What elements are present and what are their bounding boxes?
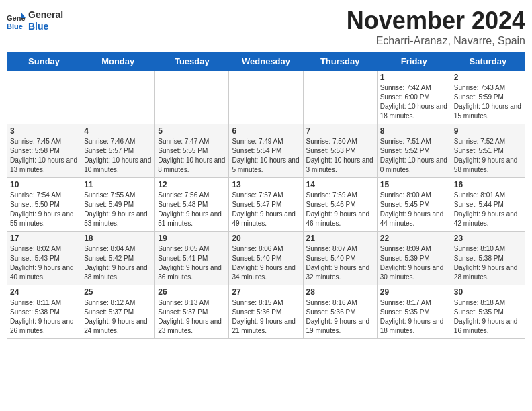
day-number: 9 (454, 126, 522, 136)
day-number: 3 (10, 126, 78, 136)
calendar-cell: 21Sunrise: 8:07 AM Sunset: 5:40 PM Dayli… (303, 232, 377, 285)
calendar-week-row: 3Sunrise: 7:45 AM Sunset: 5:58 PM Daylig… (7, 124, 525, 178)
logo-icon: General Blue (7, 11, 26, 30)
day-info: Sunrise: 8:01 AM Sunset: 5:44 PM Dayligh… (454, 191, 522, 228)
header-day: Thursday (303, 53, 377, 71)
calendar-week-row: 10Sunrise: 7:54 AM Sunset: 5:50 PM Dayli… (7, 178, 525, 232)
title-block: November 2024 Echarri-Aranaz, Navarre, S… (347, 7, 525, 47)
day-info: Sunrise: 7:59 AM Sunset: 5:46 PM Dayligh… (306, 191, 374, 228)
calendar-cell: 17Sunrise: 8:02 AM Sunset: 5:43 PM Dayli… (7, 232, 81, 285)
calendar-cell: 7Sunrise: 7:50 AM Sunset: 5:53 PM Daylig… (303, 124, 377, 178)
day-info: Sunrise: 7:42 AM Sunset: 6:00 PM Dayligh… (380, 83, 448, 121)
calendar-week-row: 17Sunrise: 8:02 AM Sunset: 5:43 PM Dayli… (7, 232, 525, 285)
day-info: Sunrise: 7:54 AM Sunset: 5:50 PM Dayligh… (10, 191, 78, 228)
day-info: Sunrise: 7:57 AM Sunset: 5:47 PM Dayligh… (232, 191, 300, 228)
calendar-cell: 2Sunrise: 7:43 AM Sunset: 5:59 PM Daylig… (451, 71, 525, 124)
calendar-cell: 18Sunrise: 8:04 AM Sunset: 5:42 PM Dayli… (81, 232, 155, 285)
day-number: 8 (380, 126, 448, 136)
day-info: Sunrise: 7:43 AM Sunset: 5:59 PM Dayligh… (454, 83, 522, 121)
calendar-cell: 30Sunrise: 8:18 AM Sunset: 5:35 PM Dayli… (451, 285, 525, 339)
day-info: Sunrise: 8:15 AM Sunset: 5:36 PM Dayligh… (232, 298, 300, 336)
day-number: 18 (84, 234, 152, 243)
day-info: Sunrise: 7:45 AM Sunset: 5:58 PM Dayligh… (10, 137, 78, 175)
calendar-cell (81, 71, 155, 124)
day-number: 30 (454, 287, 522, 297)
day-info: Sunrise: 8:07 AM Sunset: 5:40 PM Dayligh… (306, 244, 374, 282)
day-number: 20 (232, 234, 300, 243)
logo-blue: Blue (28, 21, 48, 32)
day-number: 25 (84, 287, 152, 297)
day-info: Sunrise: 7:56 AM Sunset: 5:48 PM Dayligh… (158, 191, 226, 228)
day-number: 29 (380, 287, 448, 297)
day-info: Sunrise: 7:46 AM Sunset: 5:57 PM Dayligh… (84, 137, 152, 175)
logo-general: General (28, 9, 63, 20)
header-day: Wednesday (229, 53, 303, 71)
calendar-cell: 4Sunrise: 7:46 AM Sunset: 5:57 PM Daylig… (81, 124, 155, 178)
calendar-cell: 20Sunrise: 8:06 AM Sunset: 5:40 PM Dayli… (229, 232, 303, 285)
day-number: 5 (158, 126, 226, 136)
calendar-cell: 5Sunrise: 7:47 AM Sunset: 5:55 PM Daylig… (155, 124, 229, 178)
calendar-cell: 26Sunrise: 8:13 AM Sunset: 5:37 PM Dayli… (155, 285, 229, 339)
day-number: 19 (158, 234, 226, 243)
day-number: 12 (158, 180, 226, 189)
day-number: 27 (232, 287, 300, 297)
calendar-cell: 11Sunrise: 7:55 AM Sunset: 5:49 PM Dayli… (81, 178, 155, 232)
day-number: 28 (306, 287, 374, 297)
day-number: 13 (232, 180, 300, 189)
day-info: Sunrise: 8:06 AM Sunset: 5:40 PM Dayligh… (232, 244, 300, 282)
calendar-cell: 24Sunrise: 8:11 AM Sunset: 5:38 PM Dayli… (7, 285, 81, 339)
header-day: Saturday (451, 53, 525, 71)
calendar-week-row: 24Sunrise: 8:11 AM Sunset: 5:38 PM Dayli… (7, 285, 525, 339)
calendar-cell: 28Sunrise: 8:16 AM Sunset: 5:36 PM Dayli… (303, 285, 377, 339)
calendar-cell: 1Sunrise: 7:42 AM Sunset: 6:00 PM Daylig… (377, 71, 451, 124)
day-number: 6 (232, 126, 300, 136)
calendar-cell: 6Sunrise: 7:49 AM Sunset: 5:54 PM Daylig… (229, 124, 303, 178)
header-day: Friday (377, 53, 451, 71)
calendar-header: SundayMondayTuesdayWednesdayThursdayFrid… (7, 53, 525, 71)
day-number: 7 (306, 126, 374, 136)
calendar-cell: 14Sunrise: 7:59 AM Sunset: 5:46 PM Dayli… (303, 178, 377, 232)
day-info: Sunrise: 8:11 AM Sunset: 5:38 PM Dayligh… (10, 298, 78, 336)
calendar-cell: 22Sunrise: 8:09 AM Sunset: 5:39 PM Dayli… (377, 232, 451, 285)
day-number: 4 (84, 126, 152, 136)
calendar-cell: 8Sunrise: 7:51 AM Sunset: 5:52 PM Daylig… (377, 124, 451, 178)
calendar-cell: 25Sunrise: 8:12 AM Sunset: 5:37 PM Dayli… (81, 285, 155, 339)
day-info: Sunrise: 8:12 AM Sunset: 5:37 PM Dayligh… (84, 298, 152, 336)
day-info: Sunrise: 7:50 AM Sunset: 5:53 PM Dayligh… (306, 137, 374, 175)
calendar-cell (7, 71, 81, 124)
day-info: Sunrise: 8:18 AM Sunset: 5:35 PM Dayligh… (454, 298, 522, 336)
calendar-cell (229, 71, 303, 124)
day-number: 23 (454, 234, 522, 243)
calendar-cell: 9Sunrise: 7:52 AM Sunset: 5:51 PM Daylig… (451, 124, 525, 178)
calendar-table: SundayMondayTuesdayWednesdayThursdayFrid… (7, 52, 525, 339)
calendar-cell: 27Sunrise: 8:15 AM Sunset: 5:36 PM Dayli… (229, 285, 303, 339)
header-day: Tuesday (155, 53, 229, 71)
day-number: 24 (10, 287, 78, 297)
header-day: Monday (81, 53, 155, 71)
day-number: 26 (158, 287, 226, 297)
day-info: Sunrise: 7:47 AM Sunset: 5:55 PM Dayligh… (158, 137, 226, 175)
calendar-cell: 15Sunrise: 8:00 AM Sunset: 5:45 PM Dayli… (377, 178, 451, 232)
calendar-cell (303, 71, 377, 124)
header-row: SundayMondayTuesdayWednesdayThursdayFrid… (7, 53, 525, 71)
day-info: Sunrise: 8:13 AM Sunset: 5:37 PM Dayligh… (158, 298, 226, 336)
day-number: 15 (380, 180, 448, 189)
logo: General Blue General Blue (7, 9, 63, 32)
calendar-cell: 12Sunrise: 7:56 AM Sunset: 5:48 PM Dayli… (155, 178, 229, 232)
day-info: Sunrise: 8:17 AM Sunset: 5:35 PM Dayligh… (380, 298, 448, 336)
day-number: 16 (454, 180, 522, 189)
calendar-body: 1Sunrise: 7:42 AM Sunset: 6:00 PM Daylig… (7, 71, 525, 339)
header: General Blue General Blue November 2024 … (7, 7, 525, 47)
day-info: Sunrise: 8:10 AM Sunset: 5:38 PM Dayligh… (454, 244, 522, 282)
calendar-cell: 23Sunrise: 8:10 AM Sunset: 5:38 PM Dayli… (451, 232, 525, 285)
calendar-cell: 13Sunrise: 7:57 AM Sunset: 5:47 PM Dayli… (229, 178, 303, 232)
calendar-cell (155, 71, 229, 124)
day-info: Sunrise: 7:51 AM Sunset: 5:52 PM Dayligh… (380, 137, 448, 175)
month-title: November 2024 (347, 7, 525, 35)
calendar-cell: 10Sunrise: 7:54 AM Sunset: 5:50 PM Dayli… (7, 178, 81, 232)
day-info: Sunrise: 7:52 AM Sunset: 5:51 PM Dayligh… (454, 137, 522, 175)
day-number: 17 (10, 234, 78, 243)
day-info: Sunrise: 8:09 AM Sunset: 5:39 PM Dayligh… (380, 244, 448, 282)
calendar-cell: 3Sunrise: 7:45 AM Sunset: 5:58 PM Daylig… (7, 124, 81, 178)
header-day: Sunday (7, 53, 81, 71)
